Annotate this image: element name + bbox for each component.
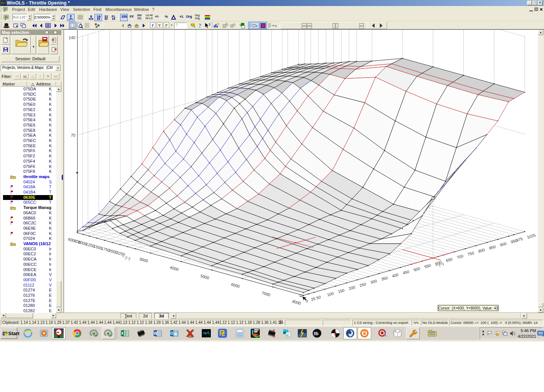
svg-text:O: O — [171, 331, 174, 336]
svg-text:V: V — [158, 23, 161, 27]
svg-text:P: P — [165, 23, 168, 27]
svg-text:W: W — [154, 331, 158, 336]
svg-text:7: 7 — [334, 331, 337, 337]
svg-text:X: X — [121, 331, 124, 336]
svg-text:140: 140 — [69, 35, 75, 40]
svg-text:0: 0 — [395, 330, 396, 333]
svg-text:F: F — [152, 23, 154, 27]
svg-text:tb: tb — [314, 331, 318, 336]
svg-text:1: 1 — [398, 330, 400, 333]
svg-text:C: C — [286, 334, 289, 337]
svg-text:70: 70 — [71, 133, 75, 137]
svg-text:M: M — [283, 331, 286, 334]
svg-text:?: ? — [199, 23, 201, 29]
svg-text:?: ? — [209, 23, 210, 27]
svg-text:EE: EE — [188, 334, 193, 338]
svg-text:F: F — [273, 329, 275, 333]
svg-text:∞: ∞ — [56, 330, 59, 334]
svg-text:B: B — [273, 334, 276, 338]
